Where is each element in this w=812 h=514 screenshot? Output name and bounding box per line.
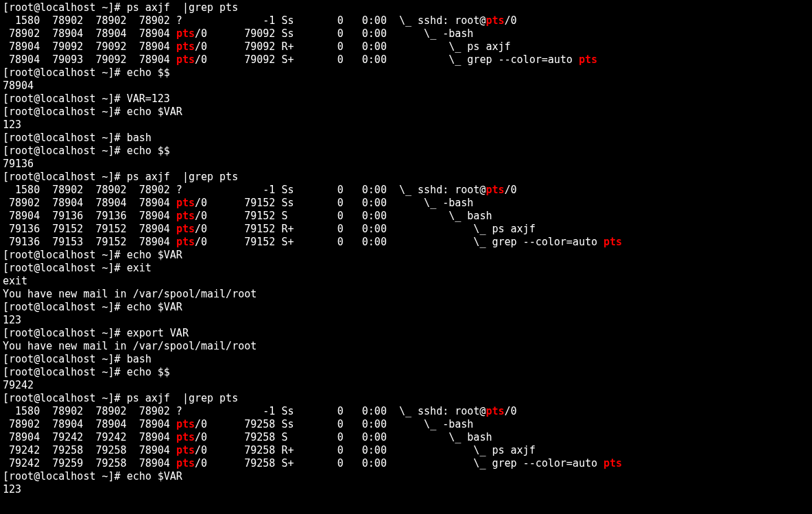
highlight-token: pts [604,236,622,248]
highlight-token: pts [176,40,195,53]
command-line: [root@localhost ~]# ps axjf |grep pts [3,1,809,14]
ps-row: 79242 79258 79258 78904 pts/0 79258 R+ 0… [3,444,809,457]
shell-prompt: [root@localhost ~]# [3,327,127,339]
command-line: [root@localhost ~]# echo $$ [3,66,809,79]
command-text: echo $VAR [127,106,182,118]
shell-prompt: [root@localhost ~]# [3,106,127,118]
terminal-output[interactable]: [root@localhost ~]# ps axjf |grep pts 15… [0,0,812,498]
command-text: echo $$ [127,66,170,79]
command-text: echo $VAR [127,249,182,261]
output-line: 123 [3,483,809,496]
ps-row: 78902 78904 78904 78904 pts/0 79152 Ss 0… [3,197,809,210]
shell-prompt: [root@localhost ~]# [3,392,127,404]
ps-row: 78904 79242 79242 78904 pts/0 79258 S 0 … [3,431,809,444]
command-line: [root@localhost ~]# export VAR [3,327,809,340]
highlight-token: pts [176,223,195,235]
shell-prompt: [root@localhost ~]# [3,132,127,144]
output-line: You have new mail in /var/spool/mail/roo… [3,288,809,301]
command-line: [root@localhost ~]# echo $VAR [3,470,809,483]
highlight-token: pts [176,197,195,209]
command-line: [root@localhost ~]# echo $$ [3,366,809,379]
command-line: [root@localhost ~]# echo $VAR [3,301,809,314]
shell-prompt: [root@localhost ~]# [3,301,127,313]
shell-prompt: [root@localhost ~]# [3,262,127,274]
shell-prompt: [root@localhost ~]# [3,470,127,482]
ps-row: 78902 78904 78904 78904 pts/0 79092 Ss 0… [3,27,809,40]
output-line: exit [3,275,809,288]
command-line: [root@localhost ~]# echo $VAR [3,249,809,262]
command-text: exit [127,262,152,274]
ps-row: 78902 78904 78904 78904 pts/0 79258 Ss 0… [3,418,809,431]
output-line: 79136 [3,158,809,171]
command-line: [root@localhost ~]# bash [3,353,809,366]
highlight-token: pts [176,444,195,456]
command-text: ps axjf |grep pts [127,171,239,183]
ps-row: 78904 79136 79136 78904 pts/0 79152 S 0 … [3,210,809,223]
highlight-token: pts [486,14,504,27]
highlight-token: pts [176,418,195,430]
highlight-token: pts [176,431,195,443]
command-text: echo $$ [127,145,170,157]
ps-row: 1580 78902 78902 78902 ? -1 Ss 0 0:00 \_… [3,184,809,197]
highlight-token: pts [604,457,622,469]
command-line: [root@localhost ~]# bash [3,132,809,145]
highlight-token: pts [176,27,195,40]
command-text: export VAR [127,327,189,339]
command-line: [root@localhost ~]# echo $VAR [3,106,809,119]
highlight-token: pts [486,184,504,196]
command-line: [root@localhost ~]# exit [3,262,809,275]
command-text: echo $$ [127,366,170,378]
highlight-token: pts [176,53,195,66]
ps-row: 78904 79092 79092 78904 pts/0 79092 R+ 0… [3,40,809,53]
command-line: [root@localhost ~]# ps axjf |grep pts [3,392,809,405]
command-text: bash [127,353,152,365]
shell-prompt: [root@localhost ~]# [3,171,127,183]
ps-row: 79136 79152 79152 78904 pts/0 79152 R+ 0… [3,223,809,236]
output-line: 123 [3,314,809,327]
ps-row: 1580 78902 78902 78902 ? -1 Ss 0 0:00 \_… [3,405,809,418]
command-text: VAR=123 [127,93,170,105]
highlight-token: pts [486,405,504,417]
shell-prompt: [root@localhost ~]# [3,145,127,157]
ps-row: 79136 79153 79152 78904 pts/0 79152 S+ 0… [3,236,809,249]
output-line: You have new mail in /var/spool/mail/roo… [3,340,809,353]
shell-prompt: [root@localhost ~]# [3,353,127,365]
ps-row: 78904 79093 79092 78904 pts/0 79092 S+ 0… [3,53,809,66]
command-text: echo $VAR [127,301,182,313]
output-line: 123 [3,119,809,132]
shell-prompt: [root@localhost ~]# [3,366,127,378]
command-text: echo $VAR [127,470,182,482]
shell-prompt: [root@localhost ~]# [3,1,127,14]
shell-prompt: [root@localhost ~]# [3,66,127,79]
output-line: 78904 [3,79,809,93]
highlight-token: pts [176,457,195,469]
command-text: ps axjf |grep pts [127,1,239,14]
highlight-token: pts [176,210,195,222]
command-line: [root@localhost ~]# VAR=123 [3,93,809,106]
shell-prompt: [root@localhost ~]# [3,249,127,261]
command-text: ps axjf |grep pts [127,392,239,404]
shell-prompt: [root@localhost ~]# [3,93,127,105]
output-line: 79242 [3,379,809,392]
highlight-token: pts [176,236,195,248]
ps-row: 79242 79259 79258 78904 pts/0 79258 S+ 0… [3,457,809,470]
command-line: [root@localhost ~]# ps axjf |grep pts [3,171,809,184]
ps-row: 1580 78902 78902 78902 ? -1 Ss 0 0:00 \_… [3,14,809,27]
command-text: bash [127,132,152,144]
command-line: [root@localhost ~]# echo $$ [3,145,809,158]
highlight-token: pts [579,53,597,66]
